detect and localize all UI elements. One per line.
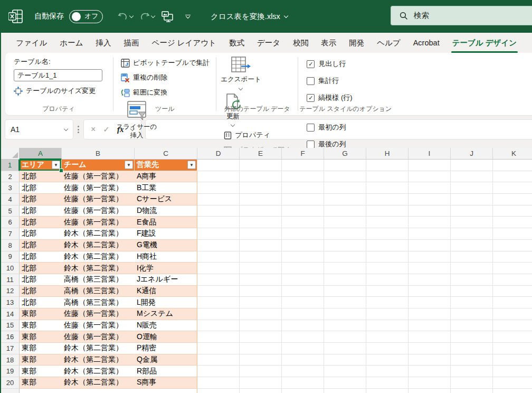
cell-D5[interactable] [197,205,240,217]
row-header-17[interactable]: 17 [1,343,20,354]
cell-D6[interactable] [197,217,240,228]
cell-B7[interactable]: 鈴木（第二営業） [62,228,135,240]
tab-ヘルプ[interactable]: ヘルプ [370,33,407,53]
cell-K10[interactable] [493,263,532,274]
cell-I6[interactable] [408,217,451,228]
resize-table-button[interactable]: テーブルのサイズ変更 [14,86,112,96]
cell-F13[interactable] [282,297,324,308]
row-header-12[interactable]: 12 [1,286,20,297]
cell-H11[interactable] [366,274,408,286]
cell-G5[interactable] [324,205,366,217]
checkbox-集計行[interactable]: 集計行 [307,76,352,86]
cell-K16[interactable] [493,331,532,343]
cell-F16[interactable] [282,331,324,343]
cell-C9[interactable]: H商社 [135,251,197,263]
cell-H12[interactable] [366,286,408,297]
cell-J19[interactable] [451,366,493,377]
cell-B3[interactable]: 佐藤（第一営業） [62,182,135,194]
filter-button-team[interactable]: ▼ [125,161,133,169]
cell-I-partial[interactable] [408,389,451,393]
cell-C4[interactable]: Cサービス [135,194,197,205]
remove-duplicates-button[interactable]: 重複の削除 [121,73,210,82]
cell-I1[interactable] [408,160,451,171]
row-header-partial[interactable] [1,389,20,393]
cell-H19[interactable] [366,366,408,377]
cell-K15[interactable] [493,320,532,332]
cell-D11[interactable] [197,274,240,286]
cell-I15[interactable] [408,320,451,332]
checkbox-icon[interactable] [307,77,315,85]
cell-G11[interactable] [324,274,366,286]
cell-A20[interactable]: 東部 [20,377,62,389]
checkbox-縞模様 (行)[interactable]: ✓縞模様 (行) [307,93,352,102]
cell-E9[interactable] [240,251,282,263]
export-button[interactable]: エクスポート [217,53,264,90]
cell-F2[interactable] [282,171,324,183]
name-box[interactable]: A1 [5,120,73,139]
cell-F20[interactable] [282,377,324,389]
cell-D20[interactable] [197,377,240,389]
cell-F3[interactable] [282,182,324,194]
cell-C-partial[interactable] [135,389,197,393]
cell-E12[interactable] [240,286,282,297]
cell-C17[interactable]: P精密 [135,343,197,354]
cell-J10[interactable] [451,263,493,274]
cell-D19[interactable] [197,366,240,377]
cell-E8[interactable] [240,240,282,251]
cell-D9[interactable] [197,251,240,263]
cell-A1-selected[interactable]: エリア ▼ [20,160,62,171]
cell-K11[interactable] [493,274,532,286]
cell-I4[interactable] [408,194,451,205]
cell-A10[interactable]: 北部 [20,263,62,274]
cell-G10[interactable] [324,263,366,274]
cell-G19[interactable] [324,366,366,377]
cell-C1[interactable]: 営業先 ▼ [135,160,197,171]
cell-D12[interactable] [197,286,240,297]
cell-A5[interactable]: 北部 [20,205,62,217]
cell-H13[interactable] [366,297,408,308]
cell-E17[interactable] [240,343,282,354]
cell-G6[interactable] [324,217,366,228]
cell-J8[interactable] [451,240,493,251]
cell-D10[interactable] [197,263,240,274]
cell-G15[interactable] [324,320,366,332]
cell-C8[interactable]: G電機 [135,240,197,251]
cell-I17[interactable] [408,343,451,354]
cell-G4[interactable] [324,194,366,205]
cell-A3[interactable]: 北部 [20,182,62,194]
cell-I11[interactable] [408,274,451,286]
cell-H1[interactable] [366,160,408,171]
cell-E16[interactable] [240,331,282,343]
cell-G12[interactable] [324,286,366,297]
cell-B20[interactable]: 鈴木（第二営業） [62,377,135,389]
cell-H8[interactable] [366,240,408,251]
column-header-F[interactable]: F [282,148,324,160]
cell-I16[interactable] [408,331,451,343]
cell-C19[interactable]: R部品 [135,366,197,377]
cell-J18[interactable] [451,354,493,366]
cell-B4[interactable]: 佐藤（第一営業） [62,194,135,205]
tab-表示[interactable]: 表示 [315,33,343,53]
cell-F19[interactable] [282,366,324,377]
cell-D3[interactable] [197,182,240,194]
cell-E18[interactable] [240,354,282,366]
cell-K6[interactable] [493,217,532,228]
cell-G3[interactable] [324,182,366,194]
cell-C10[interactable]: I化学 [135,263,197,274]
row-header-15[interactable]: 15 [1,320,20,332]
cell-A17[interactable]: 東部 [20,343,62,354]
row-header-7[interactable]: 7 [1,228,20,240]
cell-I20[interactable] [408,377,451,389]
enter-icon[interactable]: ✓ [103,125,110,134]
cell-G13[interactable] [324,297,366,308]
row-header-16[interactable]: 16 [1,331,20,343]
cell-H17[interactable] [366,343,408,354]
column-header-C[interactable]: C [135,148,197,160]
cell-E5[interactable] [240,205,282,217]
redo-dropdown-icon[interactable] [151,13,155,17]
cell-K1[interactable] [493,160,532,171]
screen-capture-button[interactable] [159,11,176,22]
cell-B17[interactable]: 鈴木（第二営業） [62,343,135,354]
row-header-13[interactable]: 13 [1,297,20,308]
cell-F7[interactable] [282,228,324,240]
